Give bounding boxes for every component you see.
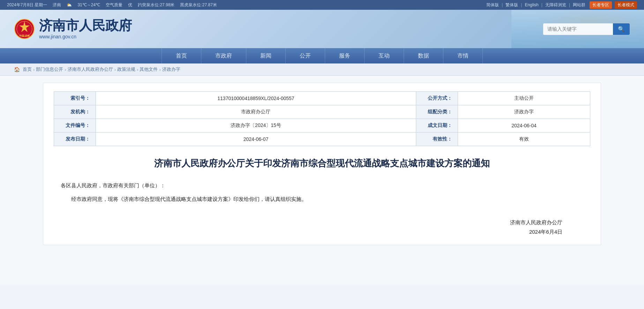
divider3: | [541, 2, 542, 7]
table-row: 索引号： 1137010000418859XL/2024-00557 公开方式：… [54, 92, 590, 105]
search-input[interactable] [543, 24, 613, 34]
nav-item-news[interactable]: 新闻 [246, 48, 286, 63]
issuer-label: 发机构： [54, 105, 96, 119]
document-salutation: 各区县人民政府，市政府有关部门（单位）： [61, 181, 583, 190]
site-title: 济南市人民政府 [39, 18, 132, 33]
air-quality-value: 优 [128, 2, 132, 8]
top-info-bar: 2024年7月8日 星期一 济南 ⛅ 31℃～24℃ 空气质量 优 趵突泉水位:… [0, 0, 644, 10]
disclosure-label: 公开方式： [416, 92, 458, 105]
nav-item-public[interactable]: 公开 [286, 48, 325, 63]
written-date-value: 2024-06-04 [458, 119, 590, 133]
table-row: 文件编号： 济政办字〔2024〕15号 成文日期： 2024-06-04 [54, 119, 590, 133]
main-content: 索引号： 1137010000418859XL/2024-00557 公开方式：… [0, 76, 644, 285]
site-group-link[interactable]: 网站群 [573, 2, 585, 8]
signature-date: 2024年6月4日 [61, 227, 562, 236]
main-navigation: 首页 市政府 新闻 公开 服务 互动 数据 市情 [0, 48, 644, 63]
disclosure-value: 主动公开 [458, 92, 590, 105]
category-value: 济政办字 [458, 105, 590, 119]
svg-text:中国·济南: 中国·济南 [19, 34, 30, 37]
logo-area: 中国·济南 济南市人民政府 www.jinan.gov.cn [14, 18, 132, 39]
breadcrumb-current: 济政办字 [162, 66, 180, 73]
top-bar-left: 2024年7月8日 星期一 济南 ⛅ 31℃～24℃ 空气质量 优 趵突泉水位:… [7, 2, 217, 8]
document-paragraph: 经市政府同意，现将《济南市综合型现代流通战略支点城市建设方案》印发给你们，请认真… [61, 194, 583, 204]
index-label: 索引号： [54, 92, 96, 105]
nav-item-service[interactable]: 服务 [325, 48, 365, 63]
category-label: 组配分类： [416, 105, 458, 119]
document-info-table: 索引号： 1137010000418859XL/2024-00557 公开方式：… [54, 91, 590, 146]
senior-zone-button[interactable]: 长者专区 [590, 1, 612, 9]
docno-value: 济政办字〔2024〕15号 [96, 119, 416, 133]
senior-mode-button[interactable]: 长者模式 [615, 1, 637, 9]
english-link[interactable]: English [525, 2, 538, 7]
document-body: 各区县人民政府，市政府有关部门（单位）： 经市政府同意，现将《济南市综合型现代流… [54, 181, 590, 236]
issuer-value: 市政府办公厅 [96, 105, 416, 119]
divider4: | [569, 2, 570, 7]
traditional-link[interactable]: 繁体版 [506, 2, 518, 8]
weather-icon: ⛅ [67, 2, 72, 7]
search-area: 🔍 [543, 23, 630, 35]
breadcrumb-office-link[interactable]: 济南市人民政府办公厅 [68, 66, 113, 73]
nav-item-interactive[interactable]: 互动 [365, 48, 404, 63]
site-url: www.jinan.gov.cn [39, 34, 132, 39]
breadcrumb-home-link[interactable]: 首页 [23, 66, 32, 73]
logo-text-area: 济南市人民政府 www.jinan.gov.cn [39, 18, 132, 39]
table-row: 发布日期： 2024-06-07 有效性： 有效 [54, 133, 590, 146]
search-button[interactable]: 🔍 [613, 23, 630, 35]
signature-org: 济南市人民政府办公厅 [61, 218, 562, 227]
nav-item-home[interactable]: 首页 [162, 48, 201, 63]
top-bar-right: 简体版 | 繁体版 | English | 无障碍浏览 | 网站群 长者专区 长… [486, 1, 637, 9]
breadcrumb-policy-link[interactable]: 政策法规 [117, 66, 135, 73]
date-display: 2024年7月8日 星期一 [7, 2, 47, 8]
divider1: | [502, 2, 503, 7]
home-icon[interactable]: 🏠 [14, 67, 20, 72]
national-emblem-icon: 中国·济南 [14, 18, 35, 39]
publish-date-label: 发布日期： [54, 133, 96, 146]
publish-date-value: 2024-06-07 [96, 133, 416, 146]
air-quality-label: 空气质量 [106, 2, 122, 8]
site-header: 中国·济南 济南市人民政府 www.jinan.gov.cn 🔍 [0, 10, 644, 48]
spring1-info: 趵突泉水位:27.98米 [138, 2, 174, 8]
search-box: 🔍 [543, 23, 630, 35]
nav-item-government[interactable]: 市政府 [201, 48, 246, 63]
temperature-display: 31℃～24℃ [77, 2, 100, 8]
spring2-info: 黑虎泉水位:27.87米 [180, 2, 217, 8]
written-date-label: 成文日期： [416, 119, 458, 133]
document-title: 济南市人民政府办公厅关于印发济南市综合型现代流通战略支点城市建设方案的通知 [54, 157, 590, 170]
nav-item-data[interactable]: 数据 [404, 48, 443, 63]
accessible-link[interactable]: 无障碍浏览 [545, 2, 566, 8]
content-card: 索引号： 1137010000418859XL/2024-00557 公开方式：… [43, 83, 601, 245]
nav-item-cityinfo[interactable]: 市情 [443, 48, 483, 63]
simplified-link[interactable]: 简体版 [486, 2, 499, 8]
location-display: 济南 [53, 2, 61, 8]
docno-label: 文件编号： [54, 119, 96, 133]
index-value: 1137010000418859XL/2024-00557 [96, 92, 416, 105]
breadcrumb: 🏠 首页 › 部门信息公开 › 济南市人民政府办公厅 › 政策法规 › 其他文件… [0, 63, 644, 76]
breadcrumb-dept-link[interactable]: 部门信息公开 [36, 66, 63, 73]
divider2: | [521, 2, 522, 7]
validity-value: 有效 [458, 133, 590, 146]
breadcrumb-other-link[interactable]: 其他文件 [140, 66, 158, 73]
validity-label: 有效性： [416, 133, 458, 146]
table-row: 发机构： 市政府办公厅 组配分类： 济政办字 [54, 105, 590, 119]
document-signature: 济南市人民政府办公厅 2024年6月4日 [61, 218, 583, 236]
